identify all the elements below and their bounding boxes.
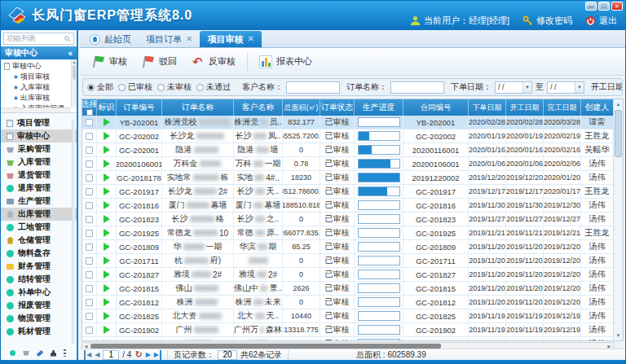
more-icon[interactable] [64, 349, 66, 357]
page-number-input[interactable] [103, 350, 119, 360]
tree-item[interactable]: 项目审核 [4, 72, 70, 82]
table-row[interactable]: GC-2019.. 已审核 2019/11/.. 2019/11/.. 2019… [82, 337, 613, 340]
sidebar-scrollbar[interactable] [72, 120, 75, 344]
chevron-down-icon[interactable]: ▼ [522, 82, 531, 93]
tab[interactable]: 项目订单 ✕ [139, 31, 200, 47]
table-row[interactable]: 20200106001 万科金 万科一期 0.78 已审核 2020010600… [82, 157, 613, 171]
minimize-button[interactable]: — [585, 2, 597, 11]
sidebar-module[interactable]: 结转管理 [1, 273, 77, 286]
tab-close-icon[interactable]: ✕ [247, 35, 253, 43]
sidebar-module[interactable]: 退货管理 [1, 169, 77, 182]
toolbar-button[interactable]: 驳回 [134, 52, 184, 72]
sidebar-panel-header[interactable]: 审核中心 « [1, 46, 77, 59]
row-checkbox[interactable] [86, 202, 93, 209]
sidebar-module[interactable]: 仓储管理 [1, 234, 77, 247]
table-row[interactable]: GC-202002 长沙龙 长沙凤.. 65525.7200.. 已审核 GC-… [82, 129, 613, 143]
collapse-icon[interactable]: « [68, 49, 73, 58]
sidebar-module[interactable]: 项目管理 [1, 116, 77, 129]
table-row[interactable]: GC-201812 株洲 株洲未来 0 已审核 GC-201812 2019/1… [82, 296, 613, 309]
vertical-scrollbar[interactable]: ▲ ▼ [613, 99, 623, 340]
column-order-date[interactable]: 下单日期 [469, 99, 506, 116]
column-order-name[interactable]: 订单名称 [162, 99, 234, 116]
go-refresh-icon[interactable]: ↻ [134, 349, 142, 360]
table-row[interactable]: GC-201902 广州 广州万森林 13318.775 已审核 GC-2019… [82, 323, 613, 337]
tree-horizontal-scrollbar[interactable] [1, 107, 71, 112]
table-row[interactable]: GC-201711 杭府) 0 已审核 GC-201711 2019/11/20… [82, 254, 613, 268]
status-dot-icon[interactable] [10, 350, 15, 356]
pen-icon[interactable] [37, 349, 44, 356]
status-filter-radio[interactable]: 未通过 [196, 81, 231, 93]
scroll-down-icon[interactable]: ▼ [614, 331, 623, 340]
column-contract[interactable]: 合同编号 [403, 99, 469, 116]
tree-root[interactable]: 审核中心 [4, 61, 70, 72]
sidebar-module[interactable]: 审核中心 [1, 129, 77, 143]
tree-vertical-scrollbar[interactable]: ▲ [71, 59, 77, 107]
sidebar-module[interactable]: 财务管理 [1, 260, 77, 273]
row-checkbox[interactable] [86, 243, 93, 251]
customer-name-input[interactable] [286, 81, 340, 94]
column-order-id[interactable]: 订单编号 [117, 99, 162, 116]
table-row[interactable]: GC-201827 雅境2# 雅境2# 0 已审核 GC-201827 2019… [82, 268, 613, 282]
column-customer[interactable]: 客户名称 [234, 99, 283, 116]
table-row[interactable]: GC-202001 隐港 隐港墙 0 已审核 20200116001 2020/… [82, 143, 613, 157]
table-row[interactable]: GC-201809 华一期 华滨期 85.25 已审核 GC-201809 20… [82, 240, 613, 254]
toolbar-button[interactable]: 报表中心 [247, 52, 320, 72]
sidebar-module[interactable]: 出库管理 [1, 208, 77, 221]
column-progress[interactable]: 生产进度 [355, 99, 403, 116]
vertical-scroll-thumb[interactable] [615, 110, 622, 157]
table-row[interactable]: GC-201825 北大资 北大天.. 10440 已审核 GC-201825 … [82, 309, 613, 323]
order-date-to-input[interactable]: / /▼ [547, 81, 584, 94]
column-area[interactable]: 总面积(㎡) [283, 99, 320, 116]
table-row[interactable]: GC-201823 长沙格 长沙之.. 0 已审核 GC-201823 2019… [82, 213, 613, 226]
row-checkbox[interactable] [86, 299, 93, 306]
user-small-icon[interactable] [51, 350, 56, 357]
status-filter-radio[interactable]: 已审核 [118, 81, 152, 93]
function-search-input[interactable]: 功能列表 [3, 33, 74, 45]
table-row[interactable]: GC-201925 常德龙10 常德原.. 266077.835.. 已审核 G… [82, 226, 613, 240]
change-password-button[interactable]: 修改密码 [522, 15, 572, 27]
toolbar-button[interactable]: 审核 [85, 52, 134, 72]
table-row[interactable]: GC-201816 厦门幕墙 厦门幕墙 188510.818 已审核 GC-20… [82, 199, 613, 213]
first-page-button[interactable]: ◀ [84, 350, 91, 360]
row-checkbox[interactable] [86, 188, 93, 195]
cart-icon[interactable] [23, 351, 29, 356]
row-checkbox[interactable] [86, 119, 93, 126]
prev-page-button[interactable]: ◀ [95, 350, 99, 360]
table-row[interactable]: GC-201917 长沙龙2# 长沙天.. 8512.78600.. 已审核 G… [82, 185, 613, 199]
table-row[interactable]: GC-201815 佛山 佛山中景.. 2626 已审核 GC-201815 2… [82, 282, 613, 296]
close-button[interactable]: ✕ [611, 2, 623, 11]
scroll-up-icon[interactable]: ▲ [614, 99, 623, 109]
row-checkbox[interactable] [86, 160, 93, 168]
order-date-input[interactable]: / /▼ [495, 81, 532, 94]
maximize-button[interactable]: □ [598, 2, 610, 11]
row-checkbox[interactable] [86, 340, 93, 341]
toolbar-button[interactable]: 反审核 [184, 52, 243, 72]
row-checkbox[interactable] [86, 285, 93, 292]
select-all-checkbox[interactable] [86, 109, 93, 116]
sidebar-module[interactable]: 生产管理 [1, 195, 77, 208]
row-checkbox[interactable] [86, 133, 93, 140]
status-filter-radio[interactable]: 未审核 [157, 81, 192, 93]
table-row[interactable]: YB-202001 株洲党校 株洲党员.. 832.177 已审核 YB-202… [82, 116, 613, 129]
column-status[interactable]: 订单状态 [320, 99, 355, 116]
sidebar-module[interactable]: 工地管理 [1, 221, 77, 234]
status-filter-radio[interactable]: 全部 [87, 81, 113, 93]
row-checkbox[interactable] [86, 147, 93, 154]
last-page-button[interactable]: ▶ [154, 350, 161, 360]
chevron-down-icon[interactable]: ▼ [575, 82, 584, 93]
tab-close-icon[interactable]: ✕ [186, 35, 192, 43]
tab[interactable]: 起始页 ✕ [82, 31, 139, 47]
row-checkbox[interactable] [86, 174, 93, 182]
row-checkbox[interactable] [86, 313, 93, 320]
sidebar-module[interactable]: 物流管理 [1, 312, 77, 325]
sidebar-module[interactable]: 物料盘存 [1, 247, 77, 260]
logout-button[interactable]: 退出 [585, 15, 617, 27]
sidebar-module[interactable]: 报废管理 [1, 299, 77, 312]
order-name-input[interactable] [390, 81, 444, 94]
tab[interactable]: 项目审核 ✕ [200, 31, 261, 47]
sidebar-module[interactable]: 耗材管理 [1, 325, 77, 338]
sidebar-module[interactable]: 采购管理 [1, 143, 77, 156]
row-checkbox[interactable] [86, 327, 93, 334]
table-row[interactable]: GC-2018178 实地常栋 实地4#.. 18230 已审核 2019122… [82, 171, 613, 185]
sidebar-module[interactable]: 补单中心 [1, 286, 77, 299]
